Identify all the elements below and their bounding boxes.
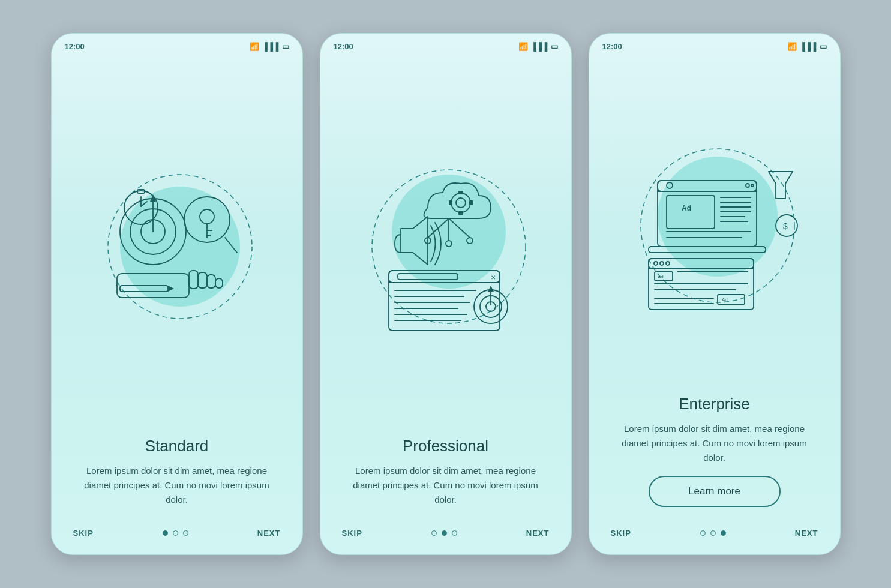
title-professional: Professional	[342, 437, 550, 455]
learn-more-button[interactable]: Learn more	[649, 476, 781, 507]
svg-point-79	[654, 262, 658, 265]
illustration-standard	[52, 56, 302, 431]
card-standard: 12:00 📶 ▐▐▐ ▭	[51, 33, 303, 555]
standard-svg	[87, 154, 267, 334]
time-standard: 12:00	[65, 42, 85, 51]
status-bar-enterprise: 12:00 📶 ▐▐▐ ▭	[589, 34, 840, 56]
signal-icon: ▐▐▐	[262, 42, 279, 51]
card-enterprise: 12:00 📶 ▐▐▐ ▭ Ad	[589, 33, 841, 555]
svg-rect-29	[458, 211, 463, 215]
dot-2-standard	[173, 530, 178, 536]
svg-text:$: $	[783, 221, 788, 231]
illustration-enterprise: Ad $	[589, 56, 840, 389]
time-professional: 12:00	[334, 42, 353, 51]
illustration-professional: ✕	[320, 56, 571, 431]
title-enterprise: Enterprise	[611, 395, 818, 413]
dots-enterprise	[700, 530, 726, 536]
dot-3-standard	[183, 530, 188, 536]
battery-icon-2: ▭	[551, 42, 558, 51]
svg-point-81	[666, 262, 670, 265]
status-bar-standard: 12:00 📶 ▐▐▐ ▭	[52, 34, 302, 56]
dot-2-enterprise	[710, 530, 716, 536]
dot-2-professional	[442, 530, 447, 536]
bottom-nav-standard: SKIP NEXT	[52, 518, 302, 554]
time-enterprise: 12:00	[602, 42, 622, 51]
text-area-standard: Standard Lorem ipsum dolor sit dim amet,…	[52, 431, 302, 507]
svg-rect-31	[469, 200, 473, 205]
skip-button-professional[interactable]: SKIP	[342, 529, 362, 538]
next-button-standard[interactable]: NEXT	[257, 529, 281, 538]
signal-icon-2: ▐▐▐	[531, 42, 548, 51]
skip-button-standard[interactable]: SKIP	[73, 529, 94, 538]
bottom-nav-professional: SKIP NEXT	[320, 518, 571, 554]
cards-container: 12:00 📶 ▐▐▐ ▭	[51, 33, 841, 555]
dot-1-enterprise	[700, 530, 706, 536]
next-button-professional[interactable]: NEXT	[526, 529, 550, 538]
status-icons-standard: 📶 ▐▐▐ ▭	[250, 42, 289, 51]
skip-button-enterprise[interactable]: SKIP	[611, 529, 631, 538]
status-icons-professional: 📶 ▐▐▐ ▭	[518, 42, 558, 51]
desc-enterprise: Lorem ipsum dolor sit dim amet, mea regi…	[611, 422, 818, 465]
svg-point-80	[660, 262, 664, 265]
status-icons-enterprise: 📶 ▐▐▐ ▭	[787, 42, 827, 51]
wifi-icon-2: 📶	[518, 42, 528, 51]
dots-professional	[431, 530, 457, 536]
title-standard: Standard	[73, 437, 281, 455]
svg-text:Ad: Ad	[682, 204, 691, 212]
status-bar-professional: 12:00 📶 ▐▐▐ ▭	[320, 34, 571, 56]
professional-svg: ✕	[356, 154, 536, 334]
wifi-icon: 📶	[250, 42, 259, 51]
next-button-enterprise[interactable]: NEXT	[795, 529, 818, 538]
dots-standard	[163, 530, 188, 536]
svg-marker-47	[488, 286, 494, 292]
dot-3-enterprise	[721, 530, 726, 536]
enterprise-svg: Ad $	[625, 133, 805, 313]
svg-rect-28	[458, 191, 463, 194]
svg-text:Ad: Ad	[658, 274, 664, 280]
desc-standard: Lorem ipsum dolor sit dim amet, mea regi…	[73, 464, 281, 507]
dot-1-professional	[431, 530, 437, 536]
wifi-icon-3: 📶	[787, 42, 797, 51]
svg-rect-30	[449, 200, 452, 205]
svg-point-0	[120, 187, 240, 307]
desc-professional: Lorem ipsum dolor sit dim amet, mea regi…	[342, 464, 550, 507]
text-area-professional: Professional Lorem ipsum dolor sit dim a…	[320, 431, 571, 507]
dot-1-standard	[163, 530, 168, 536]
svg-text:Ad: Ad	[722, 297, 728, 302]
svg-text:✕: ✕	[491, 274, 496, 281]
battery-icon: ▭	[282, 42, 289, 51]
dot-3-professional	[452, 530, 457, 536]
bottom-nav-enterprise: SKIP NEXT	[589, 518, 840, 554]
signal-icon-3: ▐▐▐	[800, 42, 817, 51]
battery-icon-3: ▭	[820, 42, 827, 51]
card-professional: 12:00 📶 ▐▐▐ ▭	[320, 33, 572, 555]
text-area-enterprise: Enterprise Lorem ipsum dolor sit dim ame…	[589, 389, 840, 507]
